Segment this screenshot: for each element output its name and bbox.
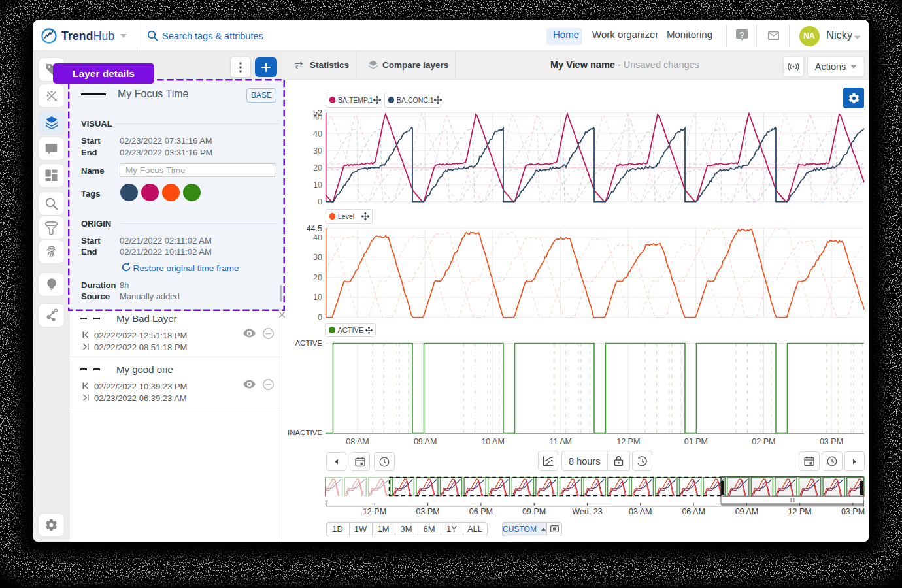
svg-text:x: x <box>55 97 58 102</box>
svg-text:?: ? <box>739 31 744 40</box>
svg-text:+: + <box>50 90 53 94</box>
svg-text:-: - <box>49 98 50 103</box>
svg-text:+: + <box>46 93 49 98</box>
